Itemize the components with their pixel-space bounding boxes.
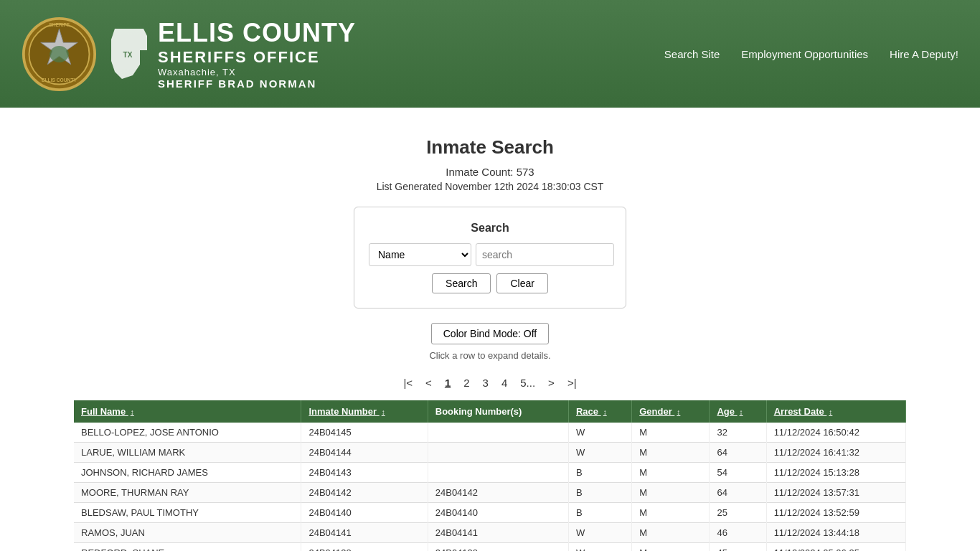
cell-booking-num xyxy=(428,443,568,463)
table-row[interactable]: MOORE, THURMAN RAY 24B04142 24B04142 B M… xyxy=(74,483,906,503)
search-box: Search Name Inmate Number Booking Number… xyxy=(354,207,626,309)
cell-gender: M xyxy=(632,503,710,523)
color-bind-button[interactable]: Color Bind Mode: Off xyxy=(431,323,549,344)
table-row[interactable]: BLEDSAW, PAUL TIMOTHY 24B04140 24B04140 … xyxy=(74,503,906,523)
nav-hire-deputy[interactable]: Hire A Deputy! xyxy=(890,48,958,60)
inmate-count: Inmate Count: 573 xyxy=(74,166,906,178)
cell-booking-num: 24B04142 xyxy=(428,483,568,503)
cell-gender: M xyxy=(632,543,710,552)
cell-booking-num xyxy=(428,423,568,443)
table-row[interactable]: BELLO-LOPEZ, JOSE ANTONIO 24B04145 W M 3… xyxy=(74,423,906,443)
cell-race: B xyxy=(568,483,631,503)
cell-arrest-date: 11/12/2024 13:57:31 xyxy=(766,483,905,503)
search-row: Name Inmate Number Booking Number Race G… xyxy=(369,243,611,266)
agency-name: Ellis County xyxy=(158,18,356,48)
search-buttons: Search Clear xyxy=(369,273,611,293)
col-gender[interactable]: Gender ↕ xyxy=(632,400,710,423)
cell-age: 32 xyxy=(710,423,766,443)
cell-race: W xyxy=(568,523,631,543)
cell-inmate-num: 24B04143 xyxy=(301,463,428,483)
col-inmate-number[interactable]: Inmate Number ↕ xyxy=(301,400,428,423)
agency-city: Waxahachie, TX xyxy=(158,67,356,77)
cell-arrest-date: 11/12/2024 05:06:35 xyxy=(766,543,905,552)
sort-age[interactable]: Age ↕ xyxy=(717,406,743,417)
page-title: Inmate Search xyxy=(74,136,906,159)
sheriff-badge-icon: ELLIS COUNTY SHERIFF xyxy=(22,17,97,92)
cell-race: B xyxy=(568,463,631,483)
cell-name: JOHNSON, RICHARD JAMES xyxy=(74,463,301,483)
cell-age: 45 xyxy=(710,543,766,552)
col-full-name[interactable]: Full Name ↕ xyxy=(74,400,301,423)
table-row[interactable]: JOHNSON, RICHARD JAMES 24B04143 B M 54 1… xyxy=(74,463,906,483)
sort-race[interactable]: Race ↕ xyxy=(576,406,607,417)
table-row[interactable]: REDFORD, SHANE 24B04138 24B04138 W M 45 … xyxy=(74,543,906,552)
sort-inmate-number[interactable]: Inmate Number ↕ xyxy=(308,406,385,417)
search-box-title: Search xyxy=(369,222,611,235)
cell-inmate-num: 24B04140 xyxy=(301,503,428,523)
cell-gender: M xyxy=(632,423,710,443)
sort-full-name[interactable]: Full Name ↕ xyxy=(81,406,134,417)
pagination-page-1[interactable]: 1 xyxy=(440,375,455,390)
search-field-select[interactable]: Name Inmate Number Booking Number Race G… xyxy=(369,243,471,266)
cell-inmate-num: 24B04138 xyxy=(301,543,428,552)
cell-booking-num: 24B04138 xyxy=(428,543,568,552)
search-input[interactable] xyxy=(476,243,614,266)
texas-shape-icon: TX xyxy=(108,25,151,83)
cell-age: 54 xyxy=(710,463,766,483)
cell-name: MOORE, THURMAN RAY xyxy=(74,483,301,503)
cell-inmate-num: 24B04145 xyxy=(301,423,428,443)
clear-button[interactable]: Clear xyxy=(496,273,547,293)
pagination-first[interactable]: |< xyxy=(399,375,417,390)
table-row[interactable]: RAMOS, JUAN 24B04141 24B04141 W M 46 11/… xyxy=(74,523,906,543)
cell-name: REDFORD, SHANE xyxy=(74,543,301,552)
cell-booking-num xyxy=(428,463,568,483)
site-header: ELLIS COUNTY SHERIFF TX Ellis County She… xyxy=(0,0,980,108)
svg-text:ELLIS COUNTY: ELLIS COUNTY xyxy=(42,77,77,82)
logo-area: ELLIS COUNTY SHERIFF TX Ellis County She… xyxy=(22,17,356,92)
table-header-row: Full Name ↕ Inmate Number ↕ Booking Numb… xyxy=(74,400,906,423)
cell-arrest-date: 11/12/2024 16:41:32 xyxy=(766,443,905,463)
svg-point-3 xyxy=(50,46,69,62)
cell-race: B xyxy=(568,503,631,523)
pagination-last[interactable]: >| xyxy=(563,375,581,390)
cell-booking-num: 24B04141 xyxy=(428,523,568,543)
click-hint: Click a row to expand details. xyxy=(74,350,906,361)
pagination-prev[interactable]: < xyxy=(421,375,436,390)
cell-age: 64 xyxy=(710,443,766,463)
svg-text:TX: TX xyxy=(123,51,133,59)
cell-age: 46 xyxy=(710,523,766,543)
pagination-page-3[interactable]: 3 xyxy=(479,375,493,390)
nav-employment[interactable]: Employment Opportunities xyxy=(741,48,868,60)
col-race[interactable]: Race ↕ xyxy=(568,400,631,423)
cell-arrest-date: 11/12/2024 15:13:28 xyxy=(766,463,905,483)
pagination-next[interactable]: > xyxy=(544,375,559,390)
cell-name: BELLO-LOPEZ, JOSE ANTONIO xyxy=(74,423,301,443)
pagination-page-5[interactable]: 5... xyxy=(516,375,540,390)
pagination-page-2[interactable]: 2 xyxy=(459,375,473,390)
cell-name: RAMOS, JUAN xyxy=(74,523,301,543)
pagination-page-4[interactable]: 4 xyxy=(497,375,512,390)
cell-name: LARUE, WILLIAM MARK xyxy=(74,443,301,463)
cell-age: 25 xyxy=(710,503,766,523)
cell-race: W xyxy=(568,543,631,552)
sort-arrest-date[interactable]: Arrest Date ↕ xyxy=(774,406,833,417)
nav-search-site[interactable]: Search Site xyxy=(664,48,720,60)
agency-text: Ellis County Sheriffs Office Waxahachie,… xyxy=(158,18,356,90)
cell-race: W xyxy=(568,423,631,443)
cell-arrest-date: 11/12/2024 16:50:42 xyxy=(766,423,905,443)
col-arrest-date[interactable]: Arrest Date ↕ xyxy=(766,400,905,423)
search-button[interactable]: Search xyxy=(432,273,491,293)
cell-gender: M xyxy=(632,483,710,503)
cell-inmate-num: 24B04144 xyxy=(301,443,428,463)
cell-race: W xyxy=(568,443,631,463)
header-nav: Search Site Employment Opportunities Hir… xyxy=(664,48,958,60)
sort-gender[interactable]: Gender ↕ xyxy=(639,406,680,417)
cell-gender: M xyxy=(632,463,710,483)
cell-gender: M xyxy=(632,443,710,463)
table-row[interactable]: LARUE, WILLIAM MARK 24B04144 W M 64 11/1… xyxy=(74,443,906,463)
pagination: |< < 1 2 3 4 5... > >| xyxy=(74,375,906,390)
inmate-table: Full Name ↕ Inmate Number ↕ Booking Numb… xyxy=(74,400,906,551)
col-age[interactable]: Age ↕ xyxy=(710,400,766,423)
cell-inmate-num: 24B04142 xyxy=(301,483,428,503)
cell-gender: M xyxy=(632,523,710,543)
